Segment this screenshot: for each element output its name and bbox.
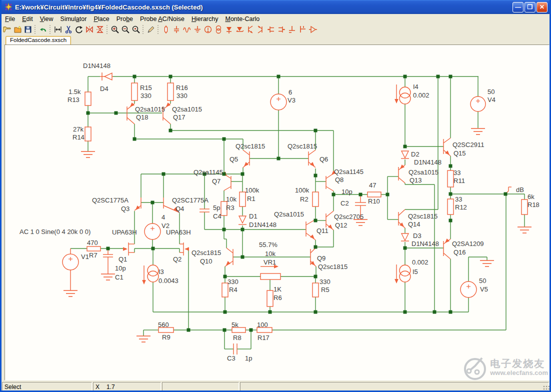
status-mode-text: Select	[4, 384, 21, 390]
component-label: D1N4148	[83, 62, 110, 70]
voltage-source-icon[interactable]	[202, 24, 213, 35]
coord-axis-label: X	[96, 384, 100, 390]
menu-probe-ac-noise[interactable]: Probe AC/Noise	[136, 15, 188, 23]
component-label: Q2SC2911	[452, 141, 484, 148]
component-label: Q12	[335, 222, 348, 229]
zoom-in-icon[interactable]	[110, 24, 120, 35]
mirror-icon[interactable]	[84, 24, 94, 35]
ground-icon[interactable]	[192, 24, 202, 35]
menu-place[interactable]: Place	[90, 15, 112, 23]
resistor-icon[interactable]	[160, 24, 171, 35]
component-label: Q2sa1015	[408, 168, 438, 176]
component-label: R2	[300, 196, 308, 203]
component-label: Q10	[200, 258, 212, 265]
component-label: 330	[140, 92, 152, 100]
component-label: Q17	[173, 114, 186, 121]
pnp-transistor-icon[interactable]	[255, 24, 266, 35]
inductor-icon[interactable]	[182, 24, 192, 35]
component-label: 0.002	[413, 92, 430, 99]
status-coordinates: X 1.7	[93, 382, 161, 392]
open-folder-icon[interactable]	[2, 24, 12, 35]
component-label: Q8	[335, 176, 344, 184]
new-schematic-icon[interactable]	[12, 24, 22, 35]
component-label: Q2SC1775A	[172, 196, 208, 204]
current-source	[400, 87, 410, 98]
toolbar-separator	[142, 25, 145, 34]
component-label: R4	[229, 286, 238, 294]
component-label: R13	[68, 96, 80, 104]
component-label: 10k	[226, 196, 236, 203]
component-label: R6	[274, 294, 282, 302]
menu-view[interactable]: View	[36, 15, 57, 23]
component-label: 55.7%	[259, 241, 278, 248]
menu-edit[interactable]: Edit	[18, 15, 36, 23]
component-label: 50	[488, 88, 494, 96]
buffer-icon[interactable]	[308, 24, 318, 35]
component-label: I5	[412, 268, 418, 276]
cut-icon[interactable]	[63, 24, 74, 35]
menu-hierarchy[interactable]: Hierarchy	[188, 15, 222, 23]
close-button[interactable]: ✕	[536, 2, 548, 12]
component-label: Q18	[136, 114, 148, 121]
capacitor-icon[interactable]	[171, 24, 182, 35]
schematic-drawing[interactable]: D1N4148D41.5kR13R15330R16330Q2sa1015Q18Q…	[5, 45, 550, 381]
component-label: D4	[100, 85, 108, 92]
status-bar: Select X 1.7	[2, 382, 550, 392]
component-label: 470	[87, 239, 98, 246]
diode	[402, 151, 408, 158]
npn-transistor-icon[interactable]	[244, 24, 255, 35]
component-label: 10p	[342, 188, 352, 196]
component-label: Q4	[176, 205, 184, 212]
component-label: R12	[455, 204, 467, 211]
menu-probe[interactable]: Probe	[113, 15, 136, 23]
menu-simulator[interactable]: Simulator	[57, 15, 90, 23]
save-icon[interactable]	[22, 24, 33, 35]
zoom-fit-icon[interactable]	[130, 24, 141, 35]
component-label: Q2sa1145	[194, 168, 223, 176]
component-label: R5	[321, 286, 330, 294]
terminal-icon[interactable]	[297, 24, 308, 35]
menu-file[interactable]: File	[2, 15, 18, 23]
component-label: Q16	[454, 248, 466, 256]
flip-icon[interactable]	[94, 24, 105, 35]
zoom-out-icon[interactable]	[120, 24, 130, 35]
wire-pencil-icon[interactable]	[146, 24, 156, 35]
rotate-icon[interactable]	[74, 24, 84, 35]
component-label: V3	[288, 96, 296, 104]
pjfet-icon[interactable]	[276, 24, 286, 35]
component-label: Q2sc1815	[236, 142, 265, 150]
port-icon[interactable]	[286, 24, 297, 35]
component-label: V5	[480, 286, 488, 293]
resize-grip[interactable]	[542, 385, 550, 392]
component-label: I4	[413, 83, 418, 90]
njfet-icon[interactable]	[266, 24, 276, 35]
diode	[402, 234, 408, 240]
zener-diode-icon[interactable]	[234, 24, 244, 35]
component-label: Q2	[173, 256, 182, 263]
resistor-body	[522, 200, 528, 214]
app-window: E:¥work¥Circuit¥Intro¥fig4¥FoldedCascode…	[0, 0, 551, 392]
current-source-icon[interactable]	[213, 24, 224, 35]
component-label: R3	[226, 204, 234, 212]
toolbar-separator	[34, 25, 37, 34]
maximize-button[interactable]: ❐	[524, 2, 536, 12]
component-label: 100k	[295, 186, 310, 194]
undo-icon[interactable]	[38, 24, 48, 35]
schematic-canvas[interactable]: D1N4148D41.5kR13R15330R16330Q2sa1015Q18Q…	[4, 44, 550, 380]
component-label: Q2sc1815	[288, 142, 317, 150]
component-label: C1	[115, 274, 124, 281]
component-label: Q1	[118, 256, 127, 263]
component-label: UPA63H	[166, 228, 191, 236]
minimize-button[interactable]: —	[512, 2, 524, 12]
component-label: V4	[488, 96, 496, 104]
menu-monte-carlo[interactable]: Monte-Carlo	[222, 15, 264, 23]
component-label: 100k	[245, 186, 260, 194]
component-label: 5p	[213, 204, 220, 212]
fit-width-icon[interactable]	[52, 24, 63, 35]
component-label: R14	[72, 134, 84, 141]
component-label: 47	[369, 182, 376, 189]
diode-icon[interactable]	[224, 24, 234, 35]
component-label: 33	[455, 196, 462, 203]
component-label: R10	[368, 198, 380, 205]
arrowhead	[184, 247, 189, 251]
